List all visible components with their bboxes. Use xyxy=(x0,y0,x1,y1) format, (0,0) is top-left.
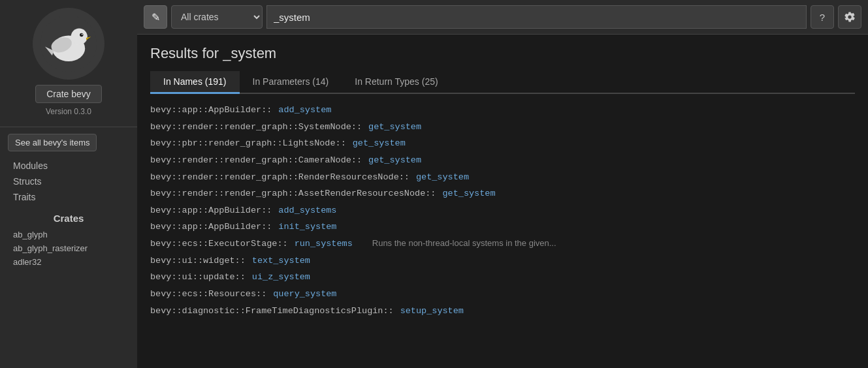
version-text: Version 0.3.0 xyxy=(46,107,91,116)
result-item: bevy::ui::widget::text_system xyxy=(150,253,855,269)
result-link[interactable]: setup_system xyxy=(400,303,464,320)
result-link[interactable]: get_system xyxy=(442,185,495,202)
question-icon: ? xyxy=(820,12,825,23)
sidebar-nav: Modules Structs Traits xyxy=(0,158,137,205)
result-item: bevy::render::render_graph::RenderResour… xyxy=(150,169,855,186)
result-path: bevy::render::render_graph::RenderResour… xyxy=(150,169,410,186)
result-link[interactable]: get_system xyxy=(368,152,421,169)
result-list: bevy::app::AppBuilder::add_systembevy::r… xyxy=(150,102,855,319)
sidebar-item-structs[interactable]: Structs xyxy=(8,174,129,189)
results-heading: Results for _system xyxy=(150,45,855,62)
result-item: bevy::render::render_graph::SystemNode::… xyxy=(150,119,855,136)
tab-in-names-count: (191) xyxy=(205,76,227,87)
result-link[interactable]: ui_z_system xyxy=(252,269,310,286)
settings-button[interactable] xyxy=(838,5,861,29)
search-input[interactable] xyxy=(266,5,807,29)
filter-select[interactable]: All cratesThis crate xyxy=(171,5,263,29)
crate-item[interactable]: adler32 xyxy=(8,255,129,269)
result-path: bevy::diagnostic::FrameTimeDiagnosticsPl… xyxy=(150,303,394,320)
tab-in-parameters-count: (14) xyxy=(312,76,329,87)
tab-in-return-types[interactable]: In Return Types (25) xyxy=(342,71,451,94)
result-desc: Runs the non-thread-local systems in the… xyxy=(372,236,556,252)
sidebar-item-traits[interactable]: Traits xyxy=(8,189,129,205)
crate-name-button[interactable]: Crate bevy xyxy=(35,85,102,103)
result-item: bevy::ecs::ExecutorStage::run_systemsRun… xyxy=(150,236,855,253)
see-all-button[interactable]: See all bevy's items xyxy=(8,134,97,151)
tab-in-names[interactable]: In Names (191) xyxy=(150,71,240,94)
results-query-value: _system xyxy=(223,45,276,61)
results-heading-prefix: Results for xyxy=(150,45,219,61)
result-link[interactable]: text_system xyxy=(252,253,310,269)
main-content: ✎ All cratesThis crate ? Results for _sy… xyxy=(137,0,868,368)
result-link[interactable]: init_system xyxy=(278,219,336,236)
result-item: bevy::app::AppBuilder::add_systems xyxy=(150,202,855,219)
result-path: bevy::app::AppBuilder:: xyxy=(150,219,272,236)
result-link[interactable]: add_systems xyxy=(278,202,336,219)
result-link[interactable]: get_system xyxy=(353,135,406,152)
search-toggle-button[interactable]: ✎ xyxy=(144,5,167,29)
sidebar: Crate bevy Version 0.3.0 See all bevy's … xyxy=(0,0,137,368)
result-link[interactable]: query_system xyxy=(273,286,336,303)
sidebar-item-modules[interactable]: Modules xyxy=(8,158,129,174)
result-item: bevy::render::render_graph::CameraNode::… xyxy=(150,152,855,169)
tabs: In Names (191) In Parameters (14) In Ret… xyxy=(150,71,855,94)
crate-item[interactable]: ab_glyph xyxy=(8,228,129,241)
pencil-icon: ✎ xyxy=(152,11,160,23)
tab-in-parameters-label: In Parameters xyxy=(253,76,310,87)
tab-in-return-types-label: In Return Types xyxy=(355,76,419,87)
crates-section-title: Crates xyxy=(54,213,84,224)
result-item: bevy::pbr::render_graph::LightsNode::get… xyxy=(150,135,855,152)
result-link[interactable]: run_systems xyxy=(295,236,353,253)
result-path: bevy::render::render_graph::CameraNode:: xyxy=(150,152,362,169)
result-path: bevy::ui::widget:: xyxy=(150,253,246,269)
logo-area: Crate bevy Version 0.3.0 xyxy=(0,0,137,127)
result-link[interactable]: get_system xyxy=(368,119,421,136)
result-path: bevy::app::AppBuilder:: xyxy=(150,102,272,119)
result-path: bevy::ui::update:: xyxy=(150,269,246,286)
result-item: bevy::app::AppBuilder::add_system xyxy=(150,102,855,119)
result-item: bevy::diagnostic::FrameTimeDiagnosticsPl… xyxy=(150,303,855,320)
gear-icon xyxy=(844,11,856,23)
result-link[interactable]: get_system xyxy=(416,169,469,186)
crate-item[interactable]: ab_glyph_rasterizer xyxy=(8,241,129,255)
results-area: Results for _system In Names (191) In Pa… xyxy=(137,35,868,368)
crate-list: ab_glyph ab_glyph_rasterizer adler32 xyxy=(0,228,137,269)
svg-point-3 xyxy=(71,29,88,45)
bevy-logo-svg xyxy=(39,14,98,73)
result-path: bevy::ecs::ExecutorStage:: xyxy=(150,236,288,253)
topbar: ✎ All cratesThis crate ? xyxy=(137,0,868,35)
result-item: bevy::ecs::Resources::query_system xyxy=(150,286,855,303)
result-path: bevy::render::render_graph::SystemNode:: xyxy=(150,119,362,136)
svg-point-4 xyxy=(80,33,83,37)
tab-in-names-label: In Names xyxy=(163,76,202,87)
result-item: bevy::render::render_graph::AssetRenderR… xyxy=(150,185,855,202)
result-path: bevy::app::AppBuilder:: xyxy=(150,202,272,219)
result-path: bevy::ecs::Resources:: xyxy=(150,286,266,303)
result-link[interactable]: add_system xyxy=(278,102,331,119)
svg-point-5 xyxy=(82,34,83,35)
result-item: bevy::app::AppBuilder::init_system xyxy=(150,219,855,236)
result-path: bevy::render::render_graph::AssetRenderR… xyxy=(150,185,436,202)
help-button[interactable]: ? xyxy=(811,5,834,29)
logo-circle xyxy=(33,8,104,80)
result-item: bevy::ui::update::ui_z_system xyxy=(150,269,855,286)
tab-in-return-types-count: (25) xyxy=(422,76,438,87)
tab-in-parameters[interactable]: In Parameters (14) xyxy=(240,71,342,94)
result-path: bevy::pbr::render_graph::LightsNode:: xyxy=(150,135,346,152)
